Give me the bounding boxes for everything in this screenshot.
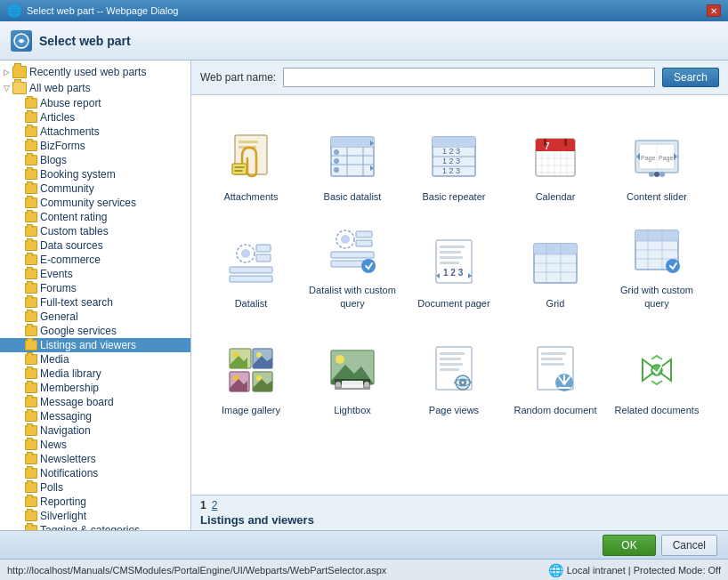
part-item-basic-datalist[interactable]: Basic datalist xyxy=(302,104,403,211)
svg-rect-107 xyxy=(440,368,459,371)
sidebar-item-articles[interactable]: Articles xyxy=(0,110,190,125)
part-item-attachments[interactable]: Attachments xyxy=(200,104,302,211)
sidebar-item-community-services[interactable]: Community services xyxy=(0,196,190,210)
sidebar-item-newsletters[interactable]: Newsletters xyxy=(0,452,190,466)
sidebar-label: Silverlight xyxy=(40,510,86,522)
sidebar-item-message-board[interactable]: Message board xyxy=(0,395,190,409)
sidebar-item-media[interactable]: Media xyxy=(0,352,190,367)
svg-text:Page: Page xyxy=(641,155,655,162)
sidebar-item-polls[interactable]: Polls xyxy=(0,480,190,495)
part-item-random-document[interactable]: Random document xyxy=(505,318,606,424)
sidebar-item-custom-tables[interactable]: Custom tables xyxy=(0,224,190,238)
part-item-page-views[interactable]: Page views xyxy=(403,318,505,424)
svg-rect-12 xyxy=(331,137,374,147)
sidebar-label: Abuse report xyxy=(40,97,101,109)
sidebar-item-community[interactable]: Community xyxy=(0,181,190,196)
part-label-basic-repeater: Basic repeater xyxy=(423,190,486,203)
sidebar-item-bizforms[interactable]: BizForms xyxy=(0,139,190,153)
sidebar-item-silverlight[interactable]: Silverlight xyxy=(0,509,190,523)
sidebar-item-events[interactable]: Events xyxy=(0,267,190,281)
sidebar-label: Tagging & categories xyxy=(40,524,140,530)
search-button[interactable]: Search xyxy=(662,68,719,87)
sidebar-item-all[interactable]: ▽ All web parts xyxy=(0,80,190,96)
sidebar-item-e-commerce[interactable]: E-commerce xyxy=(0,253,190,267)
close-button[interactable]: ✕ xyxy=(707,4,721,17)
part-item-content-slider[interactable]: Page Page Content slider xyxy=(606,104,708,211)
part-label-attachments: Attachments xyxy=(223,190,278,203)
ok-button[interactable]: OK xyxy=(603,535,655,556)
svg-rect-36 xyxy=(544,139,546,146)
folder-icon xyxy=(25,354,37,365)
title-bar: 🌐 Select web part -- Webpage Dialog ✕ xyxy=(0,0,728,21)
part-icon-attachments xyxy=(222,128,279,185)
part-label-image-gallery: Image gallery xyxy=(222,404,280,416)
folder-icon xyxy=(25,340,37,350)
sidebar-item-messaging[interactable]: Messaging xyxy=(0,409,190,423)
sidebar-item-attachments[interactable]: Attachments xyxy=(0,125,190,139)
sidebar-label: Data sources xyxy=(40,239,103,252)
sidebar-item-full-text-search[interactable]: Full-text search xyxy=(0,295,190,310)
sidebar-label: Full-text search xyxy=(40,296,113,309)
sidebar-label: Newsletters xyxy=(40,453,96,465)
folder-icon xyxy=(25,126,37,137)
folder-icon xyxy=(25,155,37,165)
sidebar-label: Notifications xyxy=(40,467,98,479)
sidebar-item-content-rating[interactable]: Content rating xyxy=(0,210,190,224)
sidebar-item-navigation[interactable]: Navigation xyxy=(0,423,190,438)
folder-icon xyxy=(25,141,37,151)
sidebar-item-recent[interactable]: ▷ Recently used web parts xyxy=(0,64,190,80)
sidebar-item-notifications[interactable]: Notifications xyxy=(0,466,190,480)
sidebar-label: Media xyxy=(40,353,69,366)
svg-text:1 2 3: 1 2 3 xyxy=(443,268,464,278)
sidebar-item-booking-system[interactable]: Booking system xyxy=(0,167,190,181)
svg-rect-65 xyxy=(440,262,459,264)
sidebar-item-forums[interactable]: Forums xyxy=(0,281,190,295)
sidebar-item-general[interactable]: General xyxy=(0,310,190,324)
svg-text:1 2 3: 1 2 3 xyxy=(442,166,460,175)
sidebar-label: Blogs xyxy=(40,154,67,166)
sidebar-item-reporting[interactable]: Reporting xyxy=(0,495,190,509)
part-item-datalist-custom[interactable]: Datalist with custom query xyxy=(302,211,403,318)
sidebar-item-membership[interactable]: Membership xyxy=(0,381,190,395)
sidebar-item-media-library[interactable]: Media library xyxy=(0,367,190,381)
parts-grid: Attachments Basic datalist xyxy=(191,95,728,495)
sidebar-label: E-commerce xyxy=(40,254,101,266)
sidebar-item-google-services[interactable]: Google services xyxy=(0,324,190,338)
part-item-grid[interactable]: Grid xyxy=(505,211,606,318)
part-label-basic-datalist: Basic datalist xyxy=(324,190,382,203)
svg-rect-114 xyxy=(541,363,564,366)
part-item-calendar[interactable]: 7 Calendar xyxy=(505,104,606,211)
sidebar-item-tagging-&-categories[interactable]: Tagging & categories xyxy=(0,523,190,530)
part-item-document-pager[interactable]: 1 2 3 Document pager xyxy=(403,211,505,318)
sidebar-item-abuse-report[interactable]: Abuse report xyxy=(0,96,190,110)
sidebar-label: Booking system xyxy=(40,168,116,181)
search-input[interactable] xyxy=(283,68,655,87)
sidebar-item-news[interactable]: News xyxy=(0,438,190,452)
part-item-related-documents[interactable]: Related documents xyxy=(606,318,708,424)
svg-text:1 2 3: 1 2 3 xyxy=(442,147,460,156)
sidebar-item-blogs[interactable]: Blogs xyxy=(0,153,190,167)
part-item-datalist[interactable]: Datalist xyxy=(200,211,302,318)
sidebar-label: General xyxy=(40,310,78,323)
sidebar-label: Media library xyxy=(40,367,101,380)
svg-rect-56 xyxy=(356,231,372,238)
folder-icon xyxy=(25,411,37,422)
part-item-lightbox[interactable]: Lightbox xyxy=(302,318,403,424)
sidebar-item-listings-and-viewers[interactable]: Listings and viewers xyxy=(0,338,190,352)
folder-icon xyxy=(25,496,37,507)
page-1[interactable]: 1 xyxy=(200,499,206,512)
pagination: 1 2 xyxy=(200,499,719,512)
sidebar-label: Articles xyxy=(40,111,75,124)
part-item-grid-custom[interactable]: Grid with custom query xyxy=(606,211,708,318)
sidebar-label: Membership xyxy=(40,382,99,394)
part-icon-grid-custom xyxy=(628,222,685,278)
folder-icon xyxy=(25,283,37,294)
sidebar-label-recent: Recently used web parts xyxy=(29,66,146,78)
part-item-basic-repeater[interactable]: 1 2 3 1 2 3 1 2 3 Basic repeater xyxy=(403,104,505,211)
cancel-button[interactable]: Cancel xyxy=(661,535,717,556)
part-item-image-gallery[interactable]: Image gallery xyxy=(200,318,302,424)
sidebar-item-data-sources[interactable]: Data sources xyxy=(0,238,190,253)
svg-point-110 xyxy=(462,381,465,383)
page-2[interactable]: 2 xyxy=(212,499,218,512)
part-icon-lightbox xyxy=(324,342,381,399)
